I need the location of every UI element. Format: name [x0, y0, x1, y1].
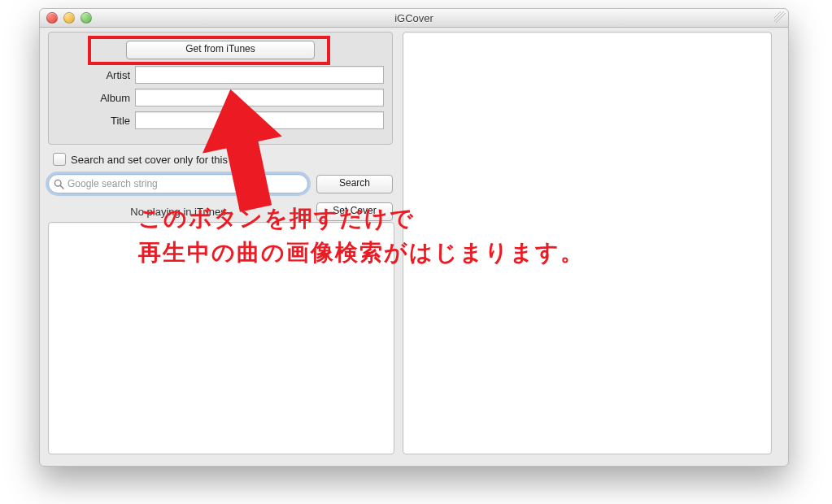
search-icon — [54, 179, 64, 189]
set-cover-button[interactable]: Set Cover — [316, 202, 393, 221]
title-row: Title — [57, 111, 384, 129]
artist-label: Artist — [57, 69, 135, 81]
only-this-track-checkbox[interactable] — [53, 153, 66, 166]
track-info-group: Get from iTunes Artist Album Title — [48, 32, 393, 145]
album-label: Album — [57, 92, 135, 104]
window-title: iGCover — [394, 12, 433, 24]
zoom-icon[interactable] — [81, 12, 92, 24]
close-icon[interactable] — [46, 12, 58, 24]
search-input[interactable]: Google search string — [48, 174, 308, 193]
search-placeholder: Google search string — [68, 178, 158, 189]
results-panel — [48, 222, 394, 454]
resize-handle-icon[interactable] — [774, 11, 786, 23]
artist-row: Artist — [57, 66, 384, 84]
minimize-icon[interactable] — [63, 12, 75, 24]
only-this-track-row: Search and set cover only for this track — [53, 153, 393, 166]
left-column: Get from iTunes Artist Album Title Searc… — [48, 32, 393, 221]
only-this-track-label: Search and set cover only for this track — [71, 154, 254, 166]
svg-line-1 — [60, 185, 63, 189]
album-input[interactable] — [135, 89, 384, 106]
app-window: iGCover Get from iTunes Artist Album Tit… — [39, 8, 789, 467]
artist-input[interactable] — [135, 66, 384, 84]
title-label: Title — [57, 115, 135, 127]
status-text: No playing in iTunes — [48, 206, 308, 218]
get-from-itunes-button[interactable]: Get from iTunes — [126, 41, 315, 59]
preview-panel — [403, 32, 772, 454]
search-button[interactable]: Search — [316, 175, 393, 193]
content-area: Get from iTunes Artist Album Title Searc… — [40, 27, 788, 466]
title-input[interactable] — [135, 111, 384, 129]
titlebar: iGCover — [40, 9, 788, 28]
album-row: Album — [57, 89, 384, 106]
status-row: No playing in iTunes Set Cover — [48, 202, 393, 221]
search-row: Google search string Search — [48, 174, 393, 193]
window-controls — [46, 12, 92, 24]
